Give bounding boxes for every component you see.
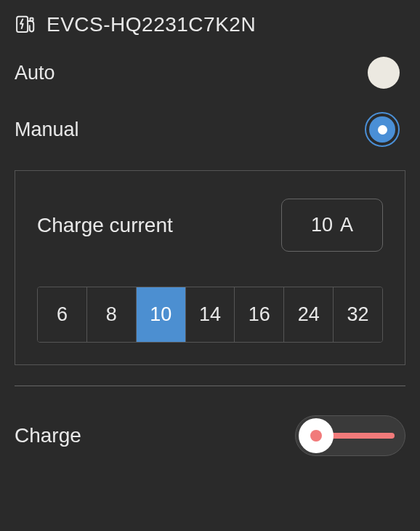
preset-10[interactable]: 10	[137, 287, 186, 342]
preset-24[interactable]: 24	[284, 287, 334, 342]
mode-manual-label: Manual	[15, 119, 79, 141]
charge-current-presets: 681014162432	[37, 287, 383, 343]
manual-settings-panel: Charge current 10 A 681014162432	[15, 170, 405, 365]
device-title: EVCS-HQ2231C7K2N	[47, 13, 256, 36]
preset-32[interactable]: 32	[334, 287, 382, 342]
charge-current-value-display: 10 A	[281, 199, 383, 252]
charge-current-label: Charge current	[37, 214, 173, 237]
preset-6[interactable]: 6	[38, 287, 87, 342]
preset-8[interactable]: 8	[87, 287, 137, 342]
preset-16[interactable]: 16	[235, 287, 284, 342]
charge-label: Charge	[15, 424, 81, 447]
mode-auto-radio[interactable]	[368, 57, 400, 89]
toggle-knob	[299, 418, 334, 453]
charge-toggle[interactable]	[295, 415, 405, 456]
divider	[15, 386, 405, 386]
preset-14[interactable]: 14	[186, 287, 235, 342]
svg-rect-1	[31, 18, 33, 21]
mode-manual-radio[interactable]	[365, 112, 400, 147]
mode-auto-label: Auto	[15, 62, 55, 84]
toggle-indicator-icon	[310, 430, 322, 442]
charge-current-unit: A	[340, 214, 353, 236]
charge-current-value: 10	[311, 214, 333, 236]
ev-charger-icon	[15, 13, 36, 36]
